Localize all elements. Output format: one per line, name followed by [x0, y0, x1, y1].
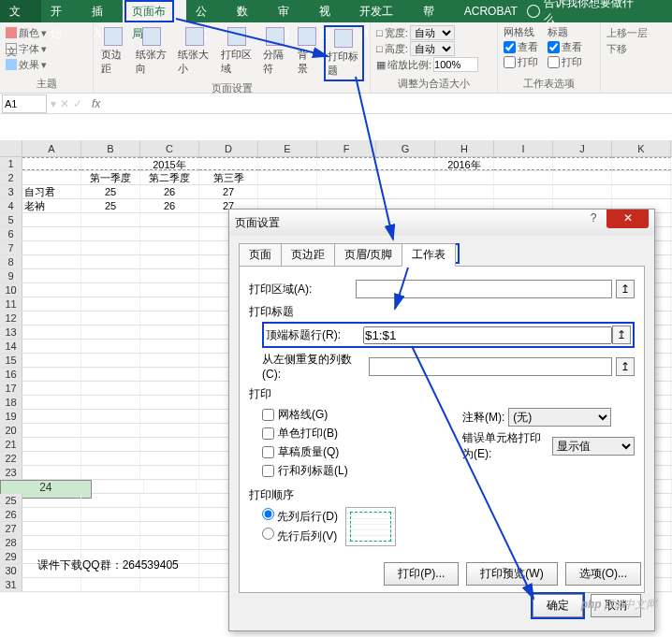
cell[interactable] [140, 311, 199, 325]
row-header[interactable]: 6 [0, 227, 22, 240]
cell[interactable] [140, 340, 199, 353]
cell[interactable] [376, 185, 435, 198]
cell[interactable]: 25 [81, 185, 140, 198]
cell[interactable] [140, 283, 199, 297]
cell[interactable] [81, 255, 140, 268]
chk-draft[interactable]: 草稿质量(Q) [262, 444, 434, 460]
cell[interactable] [140, 396, 199, 409]
theme-fonts[interactable]: 文字体 ▾ [6, 41, 47, 56]
cell[interactable]: 第一季度 [81, 171, 140, 184]
cell[interactable]: 2015年 [140, 157, 199, 170]
cell[interactable] [140, 578, 199, 591]
preview-button[interactable]: 打印预览(W) [466, 562, 557, 586]
tab-page-layout[interactable]: 页面布局 [123, 0, 186, 22]
cell[interactable]: 老衲 [22, 199, 81, 212]
cell[interactable] [612, 185, 671, 198]
cell[interactable] [81, 326, 140, 339]
bring-forward[interactable]: 上移一层 [606, 25, 648, 40]
cell[interactable] [22, 283, 81, 297]
cell[interactable] [494, 185, 553, 198]
cell[interactable] [258, 157, 317, 170]
cell[interactable] [81, 452, 140, 465]
row-header[interactable]: 5 [0, 213, 22, 226]
cell[interactable] [22, 410, 81, 423]
cell[interactable] [22, 424, 81, 437]
row-header[interactable]: 26 [0, 508, 22, 521]
theme-effects[interactable]: 效果 ▾ [6, 57, 47, 72]
col-H[interactable]: H [435, 140, 494, 156]
cell[interactable] [22, 368, 81, 381]
cell[interactable] [317, 157, 376, 170]
row-header[interactable]: 19 [0, 410, 22, 423]
cell[interactable]: 第二季度 [140, 171, 199, 184]
row-header[interactable]: 4 [0, 199, 22, 212]
scale-width[interactable]: □ 宽度:自动 [376, 25, 491, 40]
cell[interactable] [140, 255, 199, 268]
cell[interactable] [22, 241, 81, 254]
cell[interactable] [494, 171, 553, 184]
radio-over-down[interactable]: 先行后列(V) [262, 528, 338, 544]
cell[interactable]: 27 [199, 185, 258, 198]
cell[interactable] [81, 438, 140, 451]
print-area-input[interactable] [356, 280, 612, 298]
cell[interactable] [81, 522, 140, 535]
cell[interactable] [376, 171, 435, 184]
dialog-title-bar[interactable]: 页面设置 ? ✕ [229, 210, 654, 236]
dlg-tab-page[interactable]: 页面 [239, 243, 282, 267]
cell[interactable] [81, 368, 140, 381]
btn-orientation[interactable]: 纸张方向 [134, 25, 170, 78]
cell[interactable] [92, 480, 144, 493]
top-rows-ref-button[interactable]: ↥ [612, 326, 631, 344]
ok-button[interactable]: 确定 [533, 594, 583, 617]
row-header[interactable]: 17 [0, 382, 22, 395]
row-header[interactable]: 15 [0, 354, 22, 367]
cell[interactable] [81, 157, 140, 170]
headings-view[interactable]: 查看 [548, 40, 582, 54]
col-G[interactable]: G [376, 140, 435, 156]
col-E[interactable]: E [258, 140, 317, 156]
cell[interactable] [81, 494, 140, 507]
cell[interactable] [140, 494, 199, 507]
cell[interactable] [140, 297, 199, 311]
cell[interactable] [22, 382, 81, 395]
row-header[interactable]: 16 [0, 368, 22, 381]
cell[interactable] [81, 396, 140, 409]
dlg-tab-sheet[interactable]: 工作表 [402, 243, 456, 267]
scale-height[interactable]: □ 高度:自动 [376, 41, 491, 56]
col-B[interactable]: B [81, 140, 140, 156]
col-I[interactable]: I [494, 140, 553, 156]
tab-view[interactable]: 视图 [310, 0, 351, 22]
cell[interactable] [140, 326, 199, 339]
cell[interactable] [81, 354, 140, 367]
cell[interactable] [22, 213, 81, 226]
fx-icon[interactable]: fx [92, 97, 100, 110]
cell[interactable] [81, 297, 140, 311]
tab-dev[interactable]: 开发工具 [350, 0, 414, 22]
col-C[interactable]: C [140, 140, 199, 156]
row-header[interactable]: 28 [0, 536, 22, 549]
tab-home[interactable]: 开始 [41, 0, 82, 22]
cell[interactable] [22, 171, 81, 184]
cell[interactable] [81, 311, 140, 325]
cell[interactable] [22, 494, 81, 507]
row-header[interactable]: 2 [0, 171, 22, 184]
cell[interactable] [22, 297, 81, 311]
cell[interactable] [553, 157, 612, 170]
cell[interactable] [22, 311, 81, 325]
cell[interactable] [81, 536, 140, 549]
gridlines-print[interactable]: 打印 [504, 55, 538, 69]
left-cols-input[interactable] [369, 357, 612, 376]
tab-insert[interactable]: 插入 [82, 0, 124, 22]
cell[interactable] [81, 227, 140, 240]
cell[interactable] [81, 213, 140, 226]
cell[interactable]: 26 [140, 199, 199, 212]
cell[interactable] [81, 241, 140, 254]
cell[interactable] [140, 213, 199, 226]
cell[interactable] [317, 185, 376, 198]
cell[interactable] [376, 157, 435, 170]
chk-gridlines[interactable]: 网格线(G) [262, 407, 434, 423]
cell[interactable] [140, 452, 199, 465]
row-header[interactable]: 29 [0, 550, 22, 563]
cell[interactable] [144, 480, 197, 493]
cell[interactable] [553, 171, 612, 184]
